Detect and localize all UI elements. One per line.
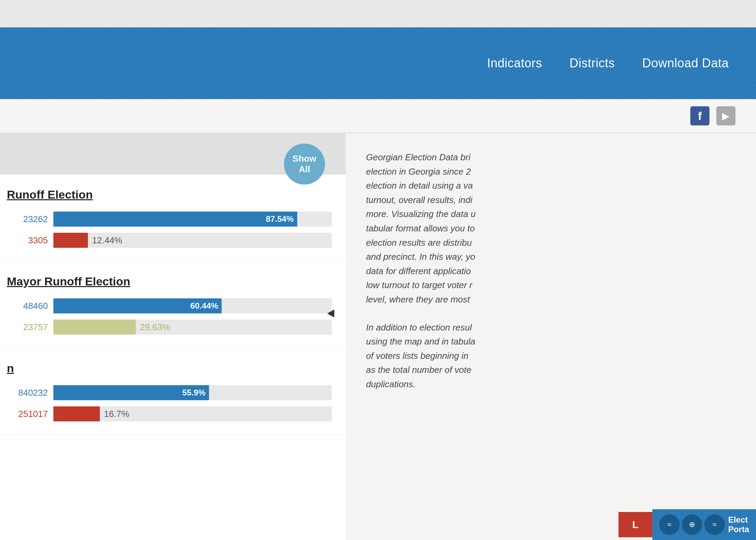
- value-label-3: 48460: [7, 301, 48, 311]
- chart-row-5: 840232 55.9%: [7, 385, 332, 400]
- chart-row-6: 251017 16.7%: [7, 406, 332, 421]
- portal-icons: ≈ ⊕ ≈: [659, 514, 725, 535]
- red-button[interactable]: L: [618, 512, 652, 537]
- bar-container-4: 29.63%: [53, 320, 332, 335]
- bar-fill-2: [53, 233, 88, 248]
- chart-row-4: 23757 29.63%: [7, 320, 332, 335]
- value-label-5: 840232: [7, 388, 48, 398]
- mayor-runoff-section: Mayor Runoff Election 48460 60.44% 23757…: [0, 261, 346, 348]
- chart-row-2: 3305 12.44%: [7, 233, 332, 248]
- nav-item-download-data[interactable]: Download Data: [642, 56, 729, 70]
- bar-container-2: 12.44%: [53, 233, 332, 248]
- bar-pct-5: 55.9%: [182, 388, 206, 397]
- bar-container-5: 55.9%: [53, 385, 332, 400]
- nav-header: Indicators Districts Download Data: [0, 27, 756, 99]
- value-label-6: 251017: [7, 409, 48, 419]
- value-label-1: 23262: [7, 214, 48, 225]
- description-panel: Georgian Election Data bri election in G…: [346, 133, 756, 540]
- portal-icon-1: ≈: [659, 514, 680, 535]
- main-content: ShowAll Runoff Election 23262 87.54% 330…: [0, 133, 756, 540]
- chart-row-1: 23262 87.54%: [7, 212, 332, 227]
- bar-fill-5: 55.9%: [53, 385, 209, 400]
- portal-icon-3: ≈: [704, 514, 725, 535]
- bar-fill-3: 60.44%: [53, 298, 222, 313]
- show-all-label: ShowAll: [292, 153, 316, 175]
- description-paragraph-2: In addition to election resul using the …: [366, 321, 735, 392]
- portal-text: ElectPorta: [728, 515, 749, 534]
- third-section: n 840232 55.9% 251017 16.7%: [0, 348, 346, 435]
- social-bar: f ▶: [0, 99, 756, 133]
- mayor-runoff-title: Mayor Runoff Election: [7, 275, 332, 288]
- bar-fill-1: 87.54%: [53, 212, 297, 227]
- bottom-right-area: L ≈ ⊕ ≈ ElectPorta: [618, 509, 756, 540]
- bar-pct-4: 29.63%: [140, 322, 170, 333]
- nav-item-indicators[interactable]: Indicators: [487, 56, 542, 70]
- chart-row-3: 48460 60.44%: [7, 298, 332, 313]
- runoff-election-section: Runoff Election 23262 87.54% 3305 12.44%: [0, 174, 346, 261]
- nav-item-districts[interactable]: Districts: [570, 56, 615, 70]
- bar-pct-3: 60.44%: [191, 301, 218, 311]
- facebook-button[interactable]: f: [690, 106, 709, 125]
- runoff-election-title: Runoff Election: [7, 188, 332, 201]
- third-title: n: [7, 362, 332, 375]
- bar-container-3: 60.44%: [53, 298, 332, 313]
- bar-fill-6: [53, 406, 100, 421]
- portal-icon-2: ⊕: [682, 514, 702, 535]
- nav-links: Indicators Districts Download Data: [487, 56, 729, 70]
- bar-fill-4: [53, 320, 136, 335]
- show-all-button[interactable]: ShowAll: [284, 144, 325, 185]
- top-bar: [0, 0, 756, 27]
- description-paragraph-1: Georgian Election Data bri election in G…: [366, 150, 735, 307]
- bar-container-6: 16.7%: [53, 406, 332, 421]
- social-button-2[interactable]: ▶: [716, 106, 735, 125]
- portal-widget: ≈ ⊕ ≈ ElectPorta: [652, 509, 756, 540]
- bar-pct-2: 12.44%: [92, 235, 122, 246]
- bar-container-1: 87.54%: [53, 212, 332, 227]
- charts-panel: ShowAll Runoff Election 23262 87.54% 330…: [0, 133, 346, 540]
- value-label-2: 3305: [7, 235, 48, 246]
- bar-pct-1: 87.54%: [266, 214, 294, 224]
- bar-pct-6: 16.7%: [104, 409, 129, 419]
- value-label-4: 23757: [7, 322, 48, 333]
